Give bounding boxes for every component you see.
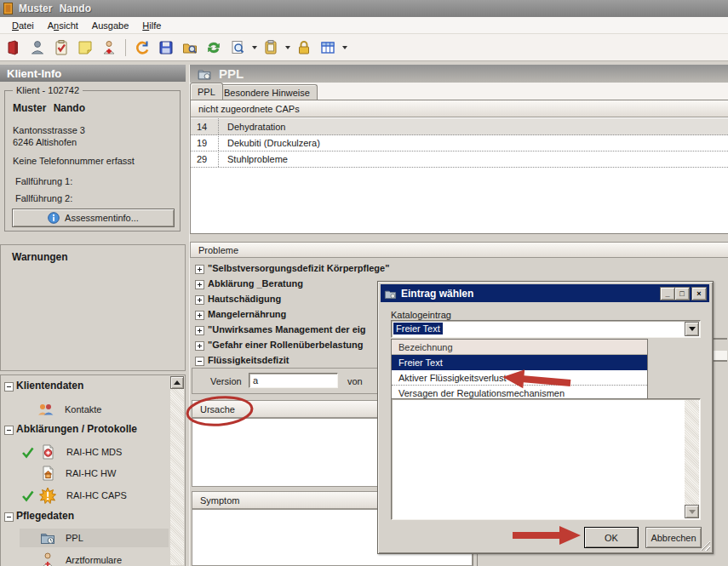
case-management-1: Fallführung 1: [15,176,72,186]
version-input[interactable]: a [249,373,338,388]
catalog-listbox[interactable] [391,398,701,520]
title-bar: Muster Nando [0,0,728,17]
tree-scrollbar[interactable] [170,376,184,565]
tab-ppl[interactable]: PPL [190,83,223,100]
expand-icon[interactable] [195,280,204,289]
menu-datei[interactable]: Datei [5,19,41,32]
sidebar-item-abklaerungen[interactable]: Abklärungen / Protokolle [16,423,137,435]
dropdown-option[interactable]: Aktiver Flüssigkeitsverlust [392,370,647,386]
folder-clock-icon [197,66,212,82]
version-label: Version [210,376,242,386]
check-icon [21,489,34,502]
collapse-icon[interactable] [4,512,14,522]
expand-icon[interactable] [195,265,204,274]
scroll-down-icon[interactable] [685,505,699,518]
lock-icon[interactable] [294,37,314,58]
cap-id: 29 [191,151,219,167]
scrollbar-track[interactable] [170,389,184,565]
problem-item[interactable]: Hautschädigung [208,294,281,304]
sidebar-item-klientendaten[interactable]: Klientendaten [16,380,83,392]
print-preview-icon[interactable] [227,37,248,58]
refresh-icon[interactable] [132,37,152,58]
scroll-up-icon[interactable] [170,376,184,389]
clipboard-check-icon[interactable] [51,37,72,58]
sidebar-item-ppl[interactable]: PPL [39,528,83,548]
problem-item[interactable]: "Gefahr einer Rollenüberbelastung [208,340,363,350]
cancel-button-label: Abbrechen [651,533,696,543]
sync-icon[interactable] [203,37,224,58]
problem-item[interactable]: "Selbstversorgungsdefizit Körperpflege" [208,263,389,273]
table-icon[interactable] [318,37,338,58]
maximize-icon[interactable]: □ [674,287,690,300]
contacts-icon [37,401,54,418]
dropdown-list-header: Bezeichnung [392,340,647,355]
sidebar-item-kontakte[interactable]: Kontakte [37,399,101,420]
table-row[interactable]: 29 Stuhlprobleme [191,151,728,168]
print-preview-dropdown-icon[interactable] [252,46,257,49]
sidebar-item-label: Arztformulare [66,555,122,565]
cap-label: Stuhlprobleme [219,154,288,164]
katalogeintrag-combobox[interactable]: Freier Text [391,320,701,338]
sidebar-item-rai-hc-mds[interactable]: RAI-HC MDS [21,442,122,462]
note-icon[interactable] [75,37,95,58]
caps-header: nicht zugeordnete CAPs [191,100,728,117]
tab-besondere-hinweise[interactable]: Besondere Hinweise [216,84,318,100]
exit-icon[interactable] [3,37,24,58]
problem-item[interactable]: Abklärung _Beratung [208,278,303,289]
doctor-icon [39,552,56,566]
menu-ansicht[interactable]: Ansicht [41,19,85,32]
collapse-icon[interactable] [4,382,14,392]
assessment-info-label: Assessmentinfo... [65,213,139,223]
problem-item[interactable]: "Unwirksames Management der eig [208,324,366,334]
alert-star-icon [39,487,56,504]
collapse-icon[interactable] [4,426,14,435]
expand-icon[interactable] [195,295,204,305]
folder-search-icon[interactable] [180,37,200,58]
listbox-scrollbar[interactable] [685,400,699,518]
dropdown-option[interactable]: Freier Text [392,355,647,370]
collapse-icon[interactable] [195,357,204,366]
document-plus-icon [39,443,56,460]
expand-icon[interactable] [195,311,204,320]
sidebar-item-rai-hc-caps[interactable]: RAI-HC CAPS [21,485,127,506]
main-header: PPL [190,65,728,83]
assessment-info-button[interactable]: Assessmentinfo... [12,209,175,227]
table-row[interactable]: 19 Dekubiti (Druckulzera) [191,134,728,152]
app-icon [3,2,14,15]
navigation-tree: Klientendaten Kontakte Abklärungen / Pro… [0,374,186,566]
client-icon[interactable] [27,37,48,58]
cap-id: 14 [191,118,219,134]
warnings-panel: Warnungen [0,244,186,371]
sidebar-item-label: Kontakte [65,404,101,414]
check-icon [21,446,34,459]
medical-person-icon[interactable] [99,37,119,58]
cap-label: Dehydratation [219,122,286,132]
expand-icon[interactable] [195,341,204,351]
symptom-header-label: Symptom [200,495,239,506]
save-icon[interactable] [156,37,176,58]
sidebar-item-rai-hc-hw[interactable]: RAI-HC HW [39,463,116,483]
copy-icon[interactable] [261,37,281,58]
ok-button-label: OK [605,533,618,543]
sidebar-item-pflegedaten[interactable]: Pflegedaten [16,510,74,522]
close-icon[interactable]: × [691,287,707,300]
menu-hilfe[interactable]: Hilfe [135,19,168,32]
probleme-header: Probleme [190,242,728,258]
minimize-icon[interactable]: _ [660,287,675,300]
ok-button[interactable]: OK [584,527,639,548]
main-toolbar [0,34,728,61]
table-row[interactable]: 14 Dehydratation [191,118,728,135]
copy-dropdown-icon[interactable] [285,46,290,49]
problem-item[interactable]: Mangelernährung [208,309,286,319]
cancel-button[interactable]: Abbrechen [645,527,702,548]
window-title: Muster Nando [19,3,91,14]
table-dropdown-icon[interactable] [342,46,347,49]
expand-icon[interactable] [195,326,204,335]
menu-ausgabe[interactable]: Ausgabe [85,19,135,32]
tab-label: Besondere Hinweise [224,88,310,98]
combo-dropdown-icon[interactable] [685,322,699,336]
client-city: 6246 Altishofen [13,137,77,147]
problem-item[interactable]: Flüssigkeitsdefizit [208,355,289,365]
sidebar-item-arztformulare[interactable]: Arztformulare [39,550,122,566]
client-group-title: Klient - 102742 [13,85,83,95]
